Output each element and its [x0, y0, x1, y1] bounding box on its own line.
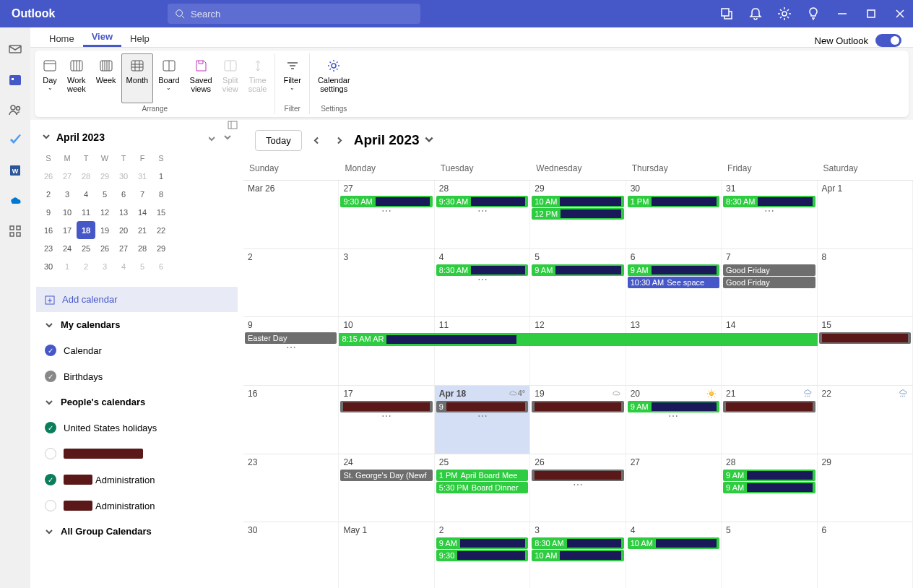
mini-cal-day[interactable]: 4: [114, 257, 133, 275]
calendar-day[interactable]: 48:30 AM⋯: [435, 249, 530, 317]
calendar-event[interactable]: 9 AM: [723, 482, 815, 493]
calendar-day[interactable]: 26⋯: [530, 454, 626, 522]
mini-cal-day[interactable]: 27: [58, 167, 77, 185]
coming-soon-icon[interactable]: [719, 7, 734, 21]
calendar-item-admin2[interactable]: Administration: [36, 493, 238, 519]
mini-cal-day[interactable]: 29: [95, 167, 114, 185]
calendar-day[interactable]: 17⋯: [339, 386, 434, 454]
chevron-down-icon[interactable]: [42, 131, 51, 143]
mini-cal-day[interactable]: 3: [58, 185, 77, 203]
mini-cal-day[interactable]: 7: [133, 185, 152, 203]
tips-icon[interactable]: [806, 7, 821, 21]
prev-icon[interactable]: [312, 135, 321, 146]
calendar-day[interactable]: 21: [722, 386, 817, 454]
calendar-settings-button[interactable]: Calendar settings: [313, 53, 355, 103]
mini-cal-day[interactable]: 31: [133, 167, 152, 185]
word-icon[interactable]: W: [8, 163, 22, 178]
mini-cal-day[interactable]: 19: [95, 221, 114, 239]
day-view-button[interactable]: Day⌄: [38, 53, 62, 103]
calendar-day[interactable]: 209 AM⋯: [626, 386, 722, 454]
mini-cal-day[interactable]: 1: [152, 167, 170, 185]
calendar-day[interactable]: 251 PMApril Board Mee5:30 PMBoard Dinner: [435, 454, 530, 522]
calendar-event[interactable]: 9 AM: [628, 264, 719, 276]
calendar-day[interactable]: 27: [626, 454, 722, 522]
calendar-day[interactable]: 9Easter Day⋯: [243, 317, 339, 385]
calendar-day[interactable]: 8: [818, 249, 913, 317]
calendar-day[interactable]: 16: [243, 386, 339, 454]
more-events-icon[interactable]: ⋯: [245, 345, 337, 353]
mini-cal-day[interactable]: 20: [114, 221, 133, 239]
mini-cal-day[interactable]: 4: [77, 185, 95, 203]
calendar-day[interactable]: 69 AM10:30 AMSee space: [626, 249, 722, 317]
calendar-event[interactable]: 10 AM: [532, 550, 623, 561]
calendar-item-us-holidays[interactable]: ✓ United States holidays: [36, 415, 238, 441]
calendar-event[interactable]: 1 PM: [628, 196, 719, 207]
onedrive-icon[interactable]: [8, 194, 22, 208]
more-events-icon[interactable]: ⋯: [340, 208, 432, 217]
calendar-event[interactable]: [532, 401, 623, 412]
search-input[interactable]: [191, 9, 413, 20]
group-calendars-header[interactable]: All Group Calendars: [36, 519, 238, 544]
mini-cal-day[interactable]: 30: [39, 257, 58, 275]
calendar-day[interactable]: 12⋯: [530, 317, 626, 385]
mini-cal-day[interactable]: 11: [77, 203, 95, 221]
prev-month-icon[interactable]: [209, 131, 217, 143]
calendar-item-admin1[interactable]: ✓ Administration: [36, 467, 238, 493]
mini-cal-day[interactable]: 16: [39, 221, 58, 239]
calendar-icon[interactable]: [8, 72, 22, 87]
calendar-day[interactable]: 6: [818, 522, 913, 588]
maximize-icon[interactable]: [864, 7, 878, 21]
calendar-day[interactable]: 24St. George's Day (Newf: [339, 454, 434, 522]
mini-cal-day[interactable]: 26: [95, 239, 114, 257]
calendar-day[interactable]: 410 AM: [626, 522, 722, 588]
my-calendars-header[interactable]: My calendars: [36, 312, 238, 337]
month-button[interactable]: Month: [121, 53, 154, 103]
calendar-day[interactable]: 7Good FridayGood Friday: [722, 249, 817, 317]
people-calendars-header[interactable]: People's calendars: [36, 389, 238, 415]
mini-cal-day[interactable]: 29: [152, 239, 170, 257]
settings-icon[interactable]: [777, 7, 792, 21]
week-button[interactable]: Week: [91, 53, 121, 103]
calendar-day[interactable]: 2910 AM12 PM: [530, 181, 626, 248]
minimize-icon[interactable]: [835, 7, 849, 21]
calendar-day[interactable]: 14: [722, 317, 817, 385]
people-icon[interactable]: [8, 103, 22, 117]
toggle-switch[interactable]: [875, 34, 901, 47]
mini-cal-day[interactable]: 13: [114, 203, 133, 221]
mini-cal-day[interactable]: 2: [39, 185, 58, 203]
calendar-day[interactable]: 318:30 AM⋯: [722, 181, 817, 248]
mail-icon[interactable]: [8, 42, 22, 56]
calendar-item-person1[interactable]: [36, 441, 238, 467]
calendar-day[interactable]: 10⋯: [339, 317, 434, 385]
calendar-item-birthdays[interactable]: ✓ Birthdays: [36, 363, 238, 389]
mini-cal-day[interactable]: 28: [77, 167, 95, 185]
tab-view[interactable]: View: [83, 28, 121, 47]
more-events-icon[interactable]: ⋯: [340, 413, 432, 422]
new-outlook-toggle[interactable]: New Outlook: [815, 34, 913, 47]
calendar-event[interactable]: 8:30 AM: [532, 537, 623, 549]
mini-cal-day[interactable]: 3: [95, 257, 114, 275]
mini-cal-day[interactable]: 25: [77, 239, 95, 257]
filter-button[interactable]: Filter⌄: [278, 53, 306, 103]
calendar-day[interactable]: Mar 26: [243, 181, 339, 248]
mini-cal-day[interactable]: 15: [152, 203, 170, 221]
calendar-event[interactable]: Good Friday: [723, 277, 815, 288]
mini-cal-day[interactable]: 14: [133, 203, 152, 221]
more-events-icon[interactable]: ⋯: [436, 277, 528, 285]
calendar-event[interactable]: 10 AM: [532, 196, 623, 207]
calendar-event[interactable]: 9 AM: [532, 264, 623, 276]
next-icon[interactable]: [335, 135, 344, 146]
calendar-day[interactable]: Apr 1: [818, 181, 913, 248]
mini-cal-day[interactable]: 1: [58, 257, 77, 275]
calendar-day[interactable]: 289 AM9 AM: [722, 454, 817, 522]
mini-cal-day[interactable]: 9: [39, 203, 58, 221]
next-month-icon[interactable]: [223, 131, 232, 143]
mini-cal-day[interactable]: 27: [114, 239, 133, 257]
board-button[interactable]: Board⌄: [153, 53, 184, 103]
mini-cal-day[interactable]: 30: [114, 167, 133, 185]
tab-home[interactable]: Home: [40, 30, 83, 47]
calendar-event[interactable]: [819, 332, 911, 344]
calendar-day[interactable]: 279:30 AM⋯: [339, 181, 434, 248]
mini-cal-day[interactable]: 28: [133, 239, 152, 257]
mini-cal-day[interactable]: 10: [58, 203, 77, 221]
